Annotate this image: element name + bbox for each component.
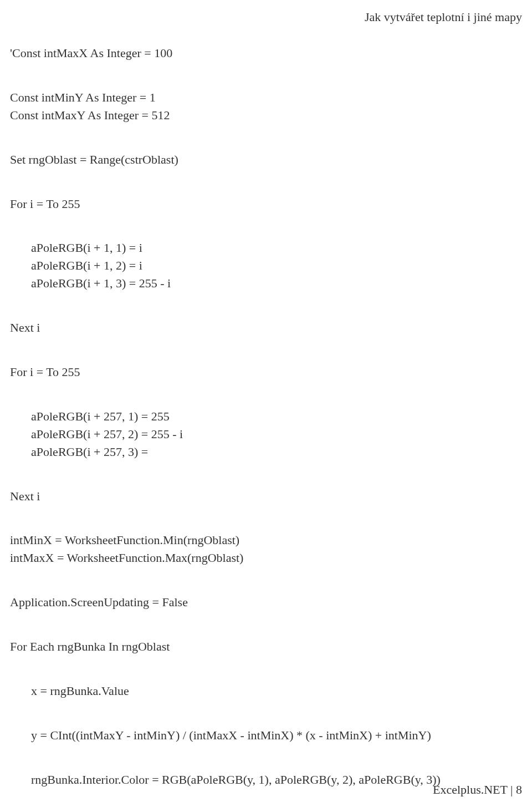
code-line: Set rngOblast = Range(cstrOblast) [10,151,522,169]
code-line: For Each rngBunka In rngOblast [10,638,522,656]
code-line: y = CInt((intMaxY - intMinY) / (intMaxX … [10,727,522,744]
code-line: 'Const intMaxX As Integer = 100 [10,44,522,62]
code-line: aPoleRGB(i + 1, 2) = i [10,257,522,275]
code-line: For i = To 255 [10,363,522,381]
code-line: Next i [10,319,522,337]
code-line: Application.ScreenUpdating = False [10,593,522,611]
code-line: For i = To 255 [10,195,522,213]
page-footer: Excelplus.NET | 8 [433,783,522,797]
code-line: intMaxX = WorksheetFunction.Max(rngOblas… [10,549,522,567]
code-line: intMinX = WorksheetFunction.Min(rngOblas… [10,531,522,549]
code-line: aPoleRGB(i + 1, 3) = 255 - i [10,275,522,292]
page-header: Jak vytvářet teplotní i jiné mapy [365,10,522,24]
footer-text: Excelplus.NET | 8 [433,783,522,796]
code-line: Const intMaxY As Integer = 512 [10,106,522,124]
code-line: Const intMinY As Integer = 1 [10,89,522,106]
code-line: aPoleRGB(i + 257, 2) = 255 - i [10,425,522,443]
code-line: x = rngBunka.Value [10,682,522,700]
header-title: Jak vytvářet teplotní i jiné mapy [365,10,522,24]
code-line: aPoleRGB(i + 257, 3) = [10,443,522,461]
code-line: aPoleRGB(i + 257, 1) = 255 [10,408,522,425]
code-block: 'Const intMaxX As Integer = 100 Const in… [10,44,522,807]
code-line: aPoleRGB(i + 1, 1) = i [10,239,522,257]
code-line: Next i [10,488,522,505]
